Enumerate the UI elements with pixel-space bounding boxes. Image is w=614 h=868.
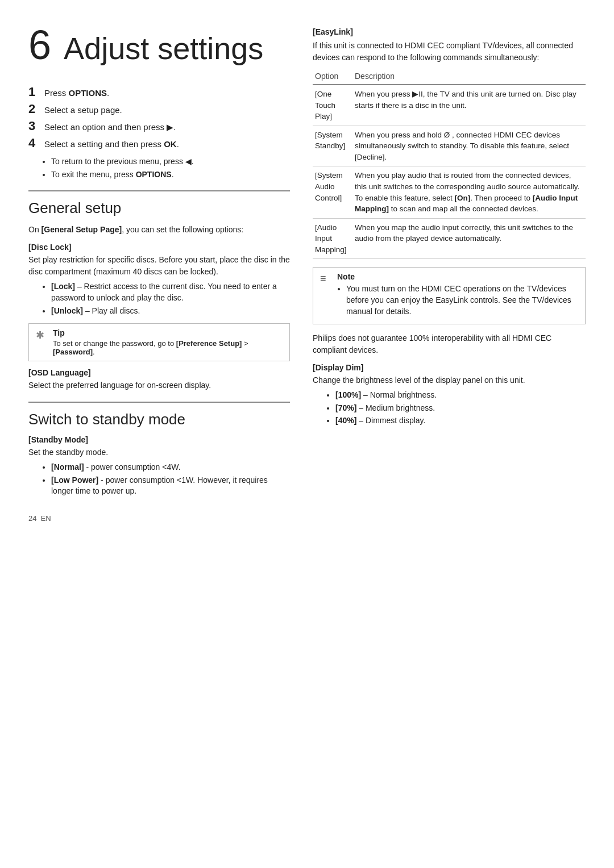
table-header-description: Description [352, 69, 586, 85]
steps-list: 1 Press OPTIONS. 2 Select a setup page. … [28, 85, 290, 151]
display-dim-subtitle: [Display Dim] [313, 363, 586, 372]
osd-language-text: Select the preferred language for on-scr… [28, 379, 290, 391]
table-cell-option-4: [AudioInputMapping] [313, 218, 352, 259]
step-2-text: Select a setup page. [44, 105, 122, 115]
osd-language-subtitle: [OSD Language] [28, 368, 290, 377]
display-dim-list: [100%] – Normal brightness. [70%] – Medi… [335, 390, 586, 427]
step-4: 4 Select a setting and then press OK. [28, 136, 290, 151]
divider-2 [28, 402, 290, 403]
step-2: 2 Select a setup page. [28, 102, 290, 116]
easylink-table: Option Description [OneTouchPlay] When y… [313, 69, 586, 259]
easylink-intro: If this unit is connected to HDMI CEC co… [313, 40, 586, 64]
easylink-footer: Philips does not guarantee 100% interope… [313, 332, 586, 356]
step-3: 3 Select an option and then press ▶. [28, 119, 290, 133]
chapter-title: 6 Adjust settings [28, 23, 290, 68]
disc-lock-item-2: [Unlock] – Play all discs. [51, 306, 290, 317]
note-list: You must turn on the HDMI CEC operations… [346, 283, 578, 317]
tip-label: Tip [53, 328, 283, 337]
chapter-title-text: Adjust settings [64, 31, 263, 65]
tip-icon: ✱ [36, 329, 48, 341]
step-3-text: Select an option and then press ▶. [44, 122, 176, 132]
table-cell-desc-4: When you map the audio input correctly, … [352, 218, 586, 259]
divider-1 [28, 190, 290, 191]
standby-mode-subtitle: [Standby Mode] [28, 435, 290, 444]
table-row: [OneTouchPlay] When you press ▶II, the T… [313, 85, 586, 126]
standby-title: Switch to standby mode [28, 411, 290, 428]
note-label: Note [337, 272, 578, 281]
chapter-number: 6 [28, 22, 51, 68]
disc-lock-item-1: [Lock] – Restrict access to the current … [51, 281, 290, 303]
step-3-num: 3 [28, 119, 44, 133]
table-row: [SystemAudioControl] When you play audio… [313, 166, 586, 218]
display-dim-item-3: [40%] – Dimmest display. [335, 415, 586, 427]
step-1-text: Press OPTIONS. [44, 88, 109, 98]
standby-mode-text: Set the standby mode. [28, 446, 290, 458]
table-cell-desc-1: When you press ▶II, the TV and this unit… [352, 85, 586, 126]
standby-mode-list: [Normal] - power consumption <4W. [Low P… [51, 462, 290, 497]
table-cell-option-3: [SystemAudioControl] [313, 166, 352, 218]
display-dim-item-1: [100%] – Normal brightness. [335, 390, 586, 401]
step-4-text: Select a setting and then press OK. [44, 139, 179, 149]
table-row: [AudioInputMapping] When you map the aud… [313, 218, 586, 259]
step-1: 1 Press OPTIONS. [28, 85, 290, 99]
display-dim-item-2: [70%] – Medium brightness. [335, 403, 586, 414]
easylink-title: [EasyLink] [313, 27, 586, 36]
general-setup-title: General setup [28, 199, 290, 217]
note-item-1: You must turn on the HDMI CEC operations… [346, 283, 578, 317]
disc-lock-text: Set play restriction for specific discs.… [28, 254, 290, 278]
note-icon: ≡ [320, 273, 333, 285]
note-box: ≡ Note You must turn on the HDMI CEC ope… [313, 267, 586, 324]
standby-mode-item-1: [Normal] - power consumption <4W. [51, 462, 290, 473]
step-4-sub-1: To return to the previous menu, press ◀. [51, 156, 290, 168]
disc-lock-subtitle: [Disc Lock] [28, 243, 290, 252]
display-dim-text: Change the brightness level of the displ… [313, 374, 586, 386]
table-header-option: Option [313, 69, 352, 85]
standby-mode-item-2: [Low Power] - power consumption <1W. How… [51, 475, 290, 497]
table-cell-desc-2: When you press and hold Ø , connected HD… [352, 126, 586, 166]
step-2-num: 2 [28, 102, 44, 116]
tip-content: To set or change the password, go to [Pr… [53, 339, 283, 356]
disc-lock-list: [Lock] – Restrict access to the current … [51, 281, 290, 316]
table-cell-option-1: [OneTouchPlay] [313, 85, 352, 126]
step-4-sub-2: To exit the menu, press OPTIONS. [51, 169, 290, 181]
step-4-sublist: To return to the previous menu, press ◀.… [51, 156, 290, 180]
table-cell-option-2: [SystemStandby] [313, 126, 352, 166]
page-number: 24 EN [28, 514, 290, 523]
table-cell-desc-3: When you play audio that is routed from … [352, 166, 586, 218]
step-4-num: 4 [28, 136, 44, 151]
table-row: [SystemStandby] When you press and hold … [313, 126, 586, 166]
step-1-num: 1 [28, 85, 44, 99]
easylink-table-container: Option Description [OneTouchPlay] When y… [313, 69, 586, 259]
tip-box: ✱ Tip To set or change the password, go … [28, 323, 290, 361]
general-setup-intro: On [General Setup Page], you can set the… [28, 224, 290, 236]
